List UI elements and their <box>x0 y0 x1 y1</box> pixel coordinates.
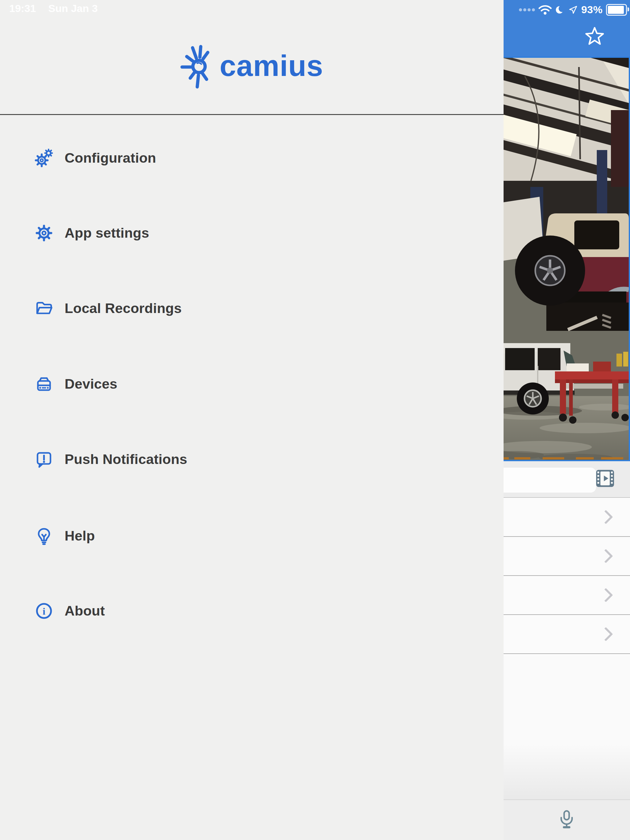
favorite-star-button[interactable] <box>584 26 605 47</box>
menu-item-push-notifications[interactable]: Push Notifications <box>0 441 461 478</box>
status-bar-right: 93% <box>518 4 627 16</box>
camera-toolbar <box>502 461 630 497</box>
svg-text:i: i <box>43 606 46 617</box>
gear-icon <box>35 224 54 243</box>
battery-percent: 93% <box>581 4 603 16</box>
menu-item-devices[interactable]: Devices <box>0 366 461 403</box>
info-circle-icon: i <box>35 602 54 621</box>
menu-item-label: About <box>65 603 105 619</box>
status-date: Sun Jan 3 <box>48 2 98 14</box>
chevron-right-icon <box>598 588 613 602</box>
wifi-icon <box>538 5 552 15</box>
chevron-right-icon <box>598 627 613 641</box>
list-row[interactable] <box>502 537 630 576</box>
cellular-dots-icon <box>518 7 535 12</box>
battery-icon <box>606 4 627 16</box>
menu-item-local-recordings[interactable]: Local Recordings <box>0 290 461 327</box>
open-folder-icon <box>35 299 54 318</box>
recorder-box-icon <box>35 374 54 393</box>
list-row[interactable] <box>502 615 630 654</box>
status-bar-left: 19:31 Sun Jan 3 <box>9 2 98 14</box>
camius-app: 93% <box>0 0 630 840</box>
menu-item-about[interactable]: i About <box>0 592 461 629</box>
film-playback-button[interactable] <box>595 468 615 489</box>
menu-item-label: App settings <box>65 225 149 241</box>
menu-item-label: Push Notifications <box>65 452 187 467</box>
light-bulb-icon <box>35 526 54 545</box>
menu-item-help[interactable]: Help <box>0 518 461 554</box>
drawer-divider <box>0 114 503 115</box>
gears-icon <box>35 148 54 167</box>
panel-fade <box>502 707 630 799</box>
menu-item-label: Help <box>65 528 95 544</box>
logo-wordmark: camius <box>220 51 323 81</box>
menu-item-configuration[interactable]: Configuration <box>0 140 461 177</box>
microphone-button[interactable] <box>556 807 577 832</box>
bottom-toolbar <box>502 799 630 840</box>
menu-item-label: Local Recordings <box>65 300 182 316</box>
location-arrow-icon <box>568 5 578 14</box>
dnd-moon-icon <box>555 5 565 15</box>
garage-photo <box>503 58 629 460</box>
live-view-panel: 93% <box>502 0 630 840</box>
menu-item-app-settings[interactable]: App settings <box>0 215 461 251</box>
alert-bubble-icon <box>35 450 54 469</box>
camius-sunburst-icon <box>180 44 217 90</box>
menu-item-label: Configuration <box>65 150 156 166</box>
settings-row-list <box>502 497 630 656</box>
camera-live-view[interactable] <box>502 57 630 461</box>
app-logo: camius <box>0 43 503 92</box>
camera-name-field[interactable] <box>492 467 596 493</box>
list-row[interactable] <box>502 576 630 615</box>
menu-item-label: Devices <box>65 376 117 392</box>
list-row[interactable] <box>502 498 630 537</box>
status-time: 19:31 <box>9 2 36 14</box>
side-drawer: 19:31 Sun Jan 3 camius <box>0 0 503 840</box>
chevron-right-icon <box>598 510 613 524</box>
nav-header: 93% <box>502 0 630 57</box>
chevron-right-icon <box>598 549 613 563</box>
